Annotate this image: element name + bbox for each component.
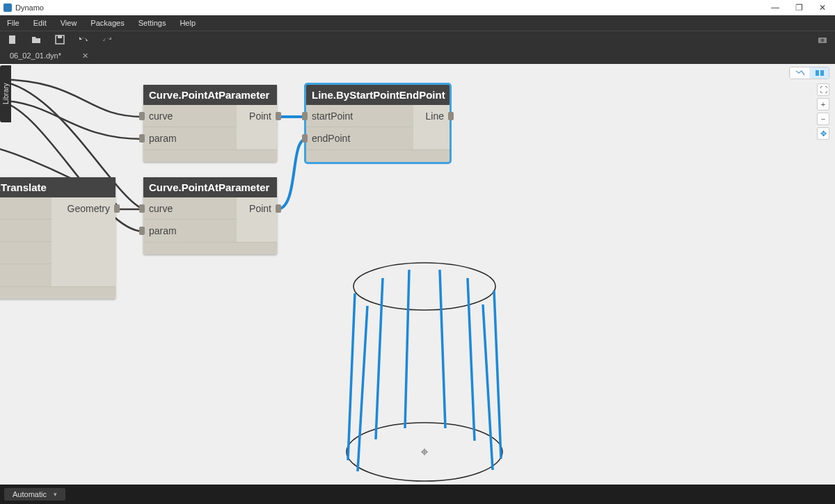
svg-rect-20 xyxy=(820,70,824,76)
svg-line-14 xyxy=(358,306,367,471)
node-header[interactable]: Line.ByStartPointEndPoint xyxy=(306,85,450,105)
undo-icon[interactable] xyxy=(78,34,89,45)
output-port-line[interactable]: Line xyxy=(413,105,450,127)
viewport-mode-toggle[interactable] xyxy=(789,67,829,79)
node-line-bystartpointendpoint[interactable]: Line.ByStartPointEndPoint startPoint end… xyxy=(306,85,450,162)
new-file-icon[interactable] xyxy=(7,34,18,45)
svg-rect-1 xyxy=(9,35,15,44)
input-port[interactable]: y xyxy=(0,197,51,220)
input-port[interactable]: tion xyxy=(0,220,51,242)
maximize-button[interactable]: ❐ xyxy=(789,1,809,14)
output-port[interactable]: Geometry xyxy=(51,197,116,220)
tool-bar xyxy=(0,31,835,47)
node-geometry-translate[interactable]: ometry.Translate y tion tion tion Geomet… xyxy=(0,177,116,299)
input-port[interactable]: tion xyxy=(0,264,51,286)
menu-help[interactable]: Help xyxy=(180,19,196,27)
zoom-out-button[interactable]: − xyxy=(817,113,829,125)
run-mode-dropdown[interactable]: Automatic xyxy=(4,488,65,501)
svg-line-9 xyxy=(376,278,383,439)
menu-edit[interactable]: Edit xyxy=(33,19,47,27)
svg-rect-3 xyxy=(58,35,62,38)
menu-file[interactable]: File xyxy=(7,19,19,27)
svg-line-15 xyxy=(483,304,493,470)
svg-rect-19 xyxy=(816,70,819,76)
node-footer xyxy=(306,149,450,162)
node-header[interactable]: Curve.PointAtParameter xyxy=(143,85,277,105)
document-tab[interactable]: 06_02_01.dyn* ✕ xyxy=(6,49,93,63)
document-tab-close-icon[interactable]: ✕ xyxy=(82,51,88,60)
camera-icon[interactable] xyxy=(817,34,828,45)
svg-point-5 xyxy=(821,38,825,42)
output-port-point[interactable]: Point xyxy=(237,197,277,220)
geometry-preview xyxy=(327,259,522,485)
open-file-icon[interactable] xyxy=(31,34,42,45)
svg-line-8 xyxy=(348,293,355,460)
window-titlebar: Dynamo — ❐ ✕ xyxy=(0,0,835,15)
redo-icon[interactable] xyxy=(102,34,113,45)
svg-line-13 xyxy=(494,291,501,459)
app-title: Dynamo xyxy=(15,3,44,12)
input-port-param[interactable]: param xyxy=(143,127,237,149)
node-footer xyxy=(143,149,277,162)
input-port-param[interactable]: param xyxy=(143,220,237,242)
node-curve-pointatparameter-2[interactable]: Curve.PointAtParameter curve param Point xyxy=(143,177,277,254)
document-tab-label: 06_02_01.dyn* xyxy=(10,51,61,60)
save-file-icon[interactable] xyxy=(54,34,65,45)
pan-button[interactable]: ✥ xyxy=(817,127,829,140)
zoom-in-button[interactable]: + xyxy=(817,98,829,111)
menu-view[interactable]: View xyxy=(61,19,77,27)
library-panel-toggle[interactable]: Library xyxy=(0,65,11,122)
input-port-endpoint[interactable]: endPoint xyxy=(306,127,413,149)
graph-canvas[interactable]: ometry.Translate y tion tion tion Geomet… xyxy=(0,64,835,485)
status-bar: Automatic xyxy=(0,485,835,504)
minimize-button[interactable]: — xyxy=(765,1,785,14)
graph-view-icon[interactable] xyxy=(790,67,809,79)
svg-point-7 xyxy=(353,263,495,310)
document-tab-bar: 06_02_01.dyn* ✕ xyxy=(0,47,835,64)
node-footer xyxy=(143,242,277,254)
node-header[interactable]: Curve.PointAtParameter xyxy=(143,177,277,197)
node-footer xyxy=(0,286,116,299)
svg-line-10 xyxy=(405,270,409,428)
viewport-nav-controls: ⛶ + − ✥ xyxy=(817,83,829,140)
close-button[interactable]: ✕ xyxy=(813,1,832,14)
node-curve-pointatparameter-1[interactable]: Curve.PointAtParameter curve param Point xyxy=(143,85,277,162)
svg-line-11 xyxy=(440,270,445,428)
input-port[interactable]: tion xyxy=(0,242,51,264)
menu-bar: File Edit View Packages Settings Help xyxy=(0,15,835,31)
input-port-curve[interactable]: curve xyxy=(143,105,237,127)
input-port-startpoint[interactable]: startPoint xyxy=(306,105,413,127)
svg-line-12 xyxy=(468,278,475,441)
menu-packages[interactable]: Packages xyxy=(90,19,124,27)
menu-settings[interactable]: Settings xyxy=(138,19,166,27)
output-port-point[interactable]: Point xyxy=(237,105,277,127)
input-port-curve[interactable]: curve xyxy=(143,197,237,220)
node-header[interactable]: ometry.Translate xyxy=(0,177,116,197)
svg-rect-0 xyxy=(3,3,12,12)
zoom-fit-button[interactable]: ⛶ xyxy=(817,83,829,96)
geometry-view-icon[interactable] xyxy=(809,67,829,79)
app-icon xyxy=(3,3,13,13)
